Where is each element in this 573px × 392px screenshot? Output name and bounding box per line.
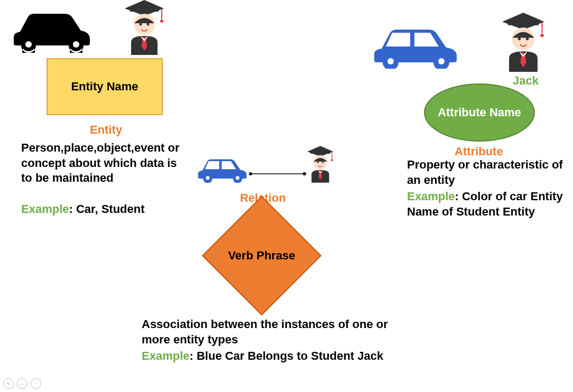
svg-marker-18 <box>502 13 544 30</box>
svg-point-10 <box>147 23 150 26</box>
student-icon-1 <box>121 0 168 57</box>
relation-body: Association between the instances of one… <box>142 317 406 347</box>
svg-point-31 <box>249 172 252 175</box>
svg-point-9 <box>140 23 142 26</box>
entity-body: Person,place,object,event or concept abo… <box>21 141 185 186</box>
svg-point-7 <box>160 20 163 23</box>
attribute-example-label: Example <box>407 190 455 203</box>
svg-marker-5 <box>125 0 164 16</box>
pen-tool-icon[interactable]: ✎ <box>3 378 14 389</box>
bottom-toolbar: ✎ ⌕ ⋯ <box>3 378 41 389</box>
svg-point-14 <box>387 58 394 64</box>
svg-point-1 <box>25 41 32 48</box>
attribute-shape-label: Attribute Name <box>438 106 521 119</box>
svg-point-29 <box>236 176 239 180</box>
attribute-example: Example: Color of car Entity Name of Stu… <box>407 189 573 219</box>
relation-example-label: Example <box>142 349 190 362</box>
relation-line <box>248 168 307 178</box>
relation-student-icon <box>304 146 336 185</box>
entity-example-text: : Car, Student <box>69 202 145 216</box>
attribute-title: Attribute <box>455 145 503 158</box>
more-tool-icon[interactable]: ⋯ <box>31 378 41 389</box>
svg-point-16 <box>438 58 445 64</box>
svg-point-22 <box>518 38 521 40</box>
relation-example: Example: Blue Car Belongs to Student Jac… <box>142 349 427 364</box>
entity-shape: Entity Name <box>47 58 163 115</box>
svg-point-20 <box>540 34 543 37</box>
attribute-shape: Attribute Name <box>424 83 535 142</box>
svg-marker-34 <box>307 146 333 156</box>
entity-shape-label: Entity Name <box>71 80 138 94</box>
entity-example: Example: Car, Student <box>21 202 190 217</box>
relation-shape: Verb Phrase <box>201 213 322 298</box>
svg-point-39 <box>322 161 324 163</box>
attribute-body: Property or characteristic of an entity <box>407 157 571 188</box>
svg-point-23 <box>526 38 529 40</box>
svg-point-36 <box>331 159 333 161</box>
entity-title: Entity <box>90 123 122 137</box>
zoom-tool-icon[interactable]: ⌕ <box>17 378 27 389</box>
svg-point-27 <box>206 176 209 180</box>
student-icon-2 <box>497 13 550 74</box>
entity-example-label: Example <box>21 202 69 216</box>
relation-car-icon <box>196 153 248 185</box>
svg-point-3 <box>73 41 79 48</box>
relation-shape-label: Verb Phrase <box>228 249 295 263</box>
relation-example-text: : Blue Car Belongs to Student Jack <box>190 349 384 362</box>
attribute-name-label: Jack <box>513 74 539 88</box>
car-icon-blue-large <box>370 20 460 71</box>
car-icon-black <box>10 5 94 55</box>
svg-point-38 <box>317 161 319 163</box>
